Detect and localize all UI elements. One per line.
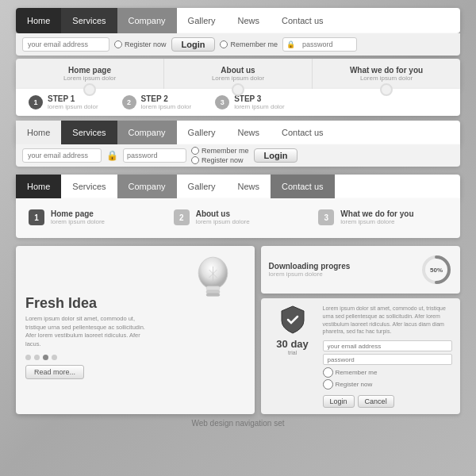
login-bar-2: 🔒 Remember me Register now Login xyxy=(16,144,460,167)
nav1-gallery[interactable]: Gallery xyxy=(177,8,227,33)
register-label-1: Register now xyxy=(125,40,167,48)
trial-remember-label: Remember me xyxy=(336,369,378,376)
step-desc-3: lorem ipsum dolor xyxy=(234,103,285,110)
dot-4 xyxy=(52,355,57,360)
bc-title-2: About us xyxy=(221,66,255,75)
login-button-2[interactable]: Login xyxy=(254,148,298,163)
trial-cancel-button[interactable]: Cancel xyxy=(358,395,394,408)
nav3-gallery[interactable]: Gallery xyxy=(177,175,227,198)
step-2: 2 STEP 2 lorem ipsum dolor xyxy=(122,94,192,110)
shield-icon xyxy=(280,305,305,335)
register-radio-2[interactable]: Register now xyxy=(191,156,249,164)
footer-text: Web design navigation set xyxy=(191,419,284,428)
download-title: Downloading progres xyxy=(269,262,413,271)
breadcrumb-about[interactable]: About us Lorem ipsum dolor xyxy=(164,59,313,89)
step-desc-1: lorem ipsum dolor xyxy=(48,103,98,110)
step2-text-2: About us lorem ipsum dolore xyxy=(196,209,250,226)
nav1-services[interactable]: Services xyxy=(61,8,117,33)
lock-icon-1: 🔒 xyxy=(286,40,295,48)
trial-register-label: Register now xyxy=(336,381,373,388)
bc-notch-3 xyxy=(380,83,393,96)
step2-num-1: 1 xyxy=(29,209,44,225)
step2-desc-3: lorem ipsum dolore xyxy=(340,218,413,226)
trial-radios: Remember me Register now xyxy=(323,367,452,390)
step2-num-2: 2 xyxy=(174,209,190,225)
register-label-2: Register now xyxy=(202,156,244,164)
trial-remember-row[interactable]: Remember me xyxy=(323,367,452,378)
login-bar-1: Register now Login Remember me 🔒 xyxy=(16,33,460,56)
step-label-2: STEP 2 xyxy=(141,94,192,103)
breadcrumb-home[interactable]: Home page Lorem ipsum dolor xyxy=(16,59,164,89)
fresh-title: Fresh Idea xyxy=(25,295,97,312)
step-label-3: STEP 3 xyxy=(234,94,285,103)
lock-icon-2: 🔒 xyxy=(106,150,118,161)
breadcrumb-whatwedo[interactable]: What we do for you Lorem ipsum dolor xyxy=(313,59,460,89)
remember-radio-2[interactable]: Remember me xyxy=(191,147,249,155)
nav2-contact[interactable]: Contact us xyxy=(271,121,335,144)
dot-2 xyxy=(34,355,40,360)
step-num-3: 3 xyxy=(215,95,229,109)
dots-row xyxy=(25,355,57,360)
fresh-idea-card: Fresh Idea Lorem ipsum dolor sit amet, c… xyxy=(16,246,255,414)
password-input-2[interactable] xyxy=(127,152,182,159)
password-input-1[interactable] xyxy=(298,37,353,52)
fresh-desc: Lorem ipsum dolor sit amet, commodo ut, … xyxy=(25,315,152,348)
nav1-company[interactable]: Company xyxy=(117,8,177,33)
dot-3 xyxy=(43,355,48,360)
nav3-news[interactable]: News xyxy=(226,175,271,198)
read-more-button[interactable]: Read more... xyxy=(25,365,84,379)
breadcrumb-bar: Home page Lorem ipsum dolor About us Lor… xyxy=(16,59,460,89)
bulb-area xyxy=(183,250,247,313)
email-input-2[interactable] xyxy=(22,148,102,163)
trial-desc: Lorem ipsum dolor sit amet, commodo ut, … xyxy=(323,305,452,336)
remember-label-1: Remember me xyxy=(230,40,278,48)
step2-text-3: What we do for you lorem ipsum dolore xyxy=(340,209,413,226)
step-num-1: 1 xyxy=(29,95,43,109)
remember-label-2: Remember me xyxy=(202,147,249,155)
step-text-2: STEP 2 lorem ipsum dolor xyxy=(141,94,192,110)
radio-group-2: Remember me Register now xyxy=(191,147,249,164)
trial-login-button[interactable]: Login xyxy=(323,395,355,408)
password-wrap-1[interactable]: 🔒 xyxy=(282,37,357,52)
nav3-home[interactable]: Home xyxy=(16,175,61,198)
trial-register-row[interactable]: Register now xyxy=(323,379,452,390)
navbar-2: Home Services Company Gallery News Conta… xyxy=(16,121,460,144)
step2-label-3: What we do for you xyxy=(340,209,413,218)
trial-card: 30 day trial Lorem ipsum dolor sit amet,… xyxy=(261,298,460,414)
download-card: Downloading progres lorem ipsum dolore 5… xyxy=(261,246,460,294)
step2-2: 2 About us lorem ipsum dolore xyxy=(174,209,303,226)
svg-rect-3 xyxy=(206,294,220,296)
nav3-contact[interactable]: Contact us xyxy=(271,175,335,198)
bc-sub-3: Lorem ipsum dolor xyxy=(360,75,413,82)
svg-rect-1 xyxy=(206,286,220,290)
register-radio-1[interactable]: Register now xyxy=(114,40,167,48)
password-wrap-2[interactable] xyxy=(123,148,186,163)
bc-sub-2: Lorem ipsum dolor xyxy=(212,75,264,82)
trial-password-input[interactable] xyxy=(323,354,452,365)
trial-email-input[interactable] xyxy=(323,340,452,351)
navbar-3: Home Services Company Gallery News Conta… xyxy=(16,175,460,198)
step2-desc-2: lorem ipsum dolore xyxy=(196,218,250,226)
nav1-news[interactable]: News xyxy=(226,8,271,33)
step-1: 1 STEP 1 lorem ipsum dolor xyxy=(29,94,98,110)
nav3-services[interactable]: Services xyxy=(61,175,117,198)
navbar-1: Home Services Company Gallery News Conta… xyxy=(16,8,460,33)
bc-notch-1 xyxy=(83,83,96,96)
nav3-company[interactable]: Company xyxy=(117,175,177,198)
trial-buttons: Login Cancel xyxy=(323,395,452,408)
nav2-news[interactable]: News xyxy=(226,121,271,144)
email-input-1[interactable] xyxy=(22,37,109,52)
remember-radio-1[interactable]: Remember me xyxy=(220,40,278,48)
bc-sub-1: Lorem ipsum dolor xyxy=(63,75,116,82)
nav2-gallery[interactable]: Gallery xyxy=(177,121,227,144)
nav2-company[interactable]: Company xyxy=(117,121,177,144)
download-text: Downloading progres lorem ipsum dolore xyxy=(269,262,413,278)
progress-percent: 50% xyxy=(430,267,443,274)
nav2-services[interactable]: Services xyxy=(61,121,117,144)
nav1-home[interactable]: Home xyxy=(16,8,61,33)
nav2-home[interactable]: Home xyxy=(16,121,61,144)
login-button-1[interactable]: Login xyxy=(171,37,216,52)
lightbulb-icon xyxy=(183,250,243,309)
bottom-row: Fresh Idea Lorem ipsum dolor sit amet, c… xyxy=(16,246,460,414)
nav1-contact[interactable]: Contact us xyxy=(271,8,335,33)
